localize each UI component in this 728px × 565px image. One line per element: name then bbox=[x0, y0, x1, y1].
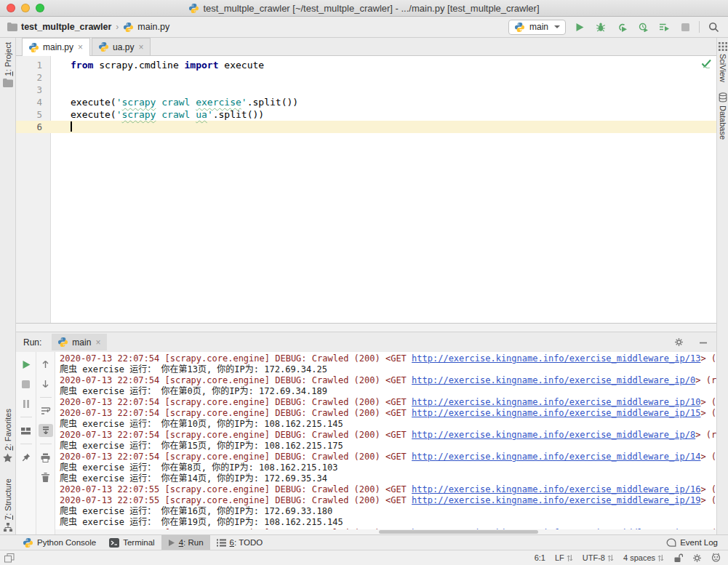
line-separator-selector[interactable]: LF bbox=[555, 553, 573, 562]
down-icon bbox=[41, 380, 49, 388]
toolwindow-button-: favorites[interactable]: 2: Favorites bbox=[3, 409, 12, 462]
trash-button[interactable] bbox=[39, 470, 53, 484]
console-link[interactable]: http://exercise.kingname.info/exercise_m… bbox=[412, 397, 700, 407]
code-token: execute( bbox=[71, 97, 116, 108]
profiler-button[interactable] bbox=[636, 20, 650, 34]
encoding-value: UTF-8 bbox=[583, 553, 605, 562]
mnemonic: 6 bbox=[230, 538, 234, 547]
console-hscrollbar bbox=[55, 529, 716, 534]
lock-icon bbox=[673, 553, 683, 563]
console-link[interactable]: http://exercise.kingname.info/exercise_m… bbox=[412, 452, 700, 462]
python-icon bbox=[57, 337, 68, 348]
log-suffix: > (re bbox=[700, 452, 716, 462]
toolwindow-button-label: 6: TODO bbox=[230, 538, 263, 547]
run-tab-main[interactable]: main × bbox=[52, 334, 107, 350]
log-prefix: 2020-07-13 22:07:54 [scrapy.core.engine]… bbox=[60, 408, 412, 418]
run-config-dropdown[interactable]: main bbox=[508, 20, 566, 35]
event-log-button[interactable]: Event Log bbox=[666, 535, 728, 550]
stop-button[interactable] bbox=[678, 20, 692, 34]
rerun-button[interactable] bbox=[19, 358, 33, 371]
log-prefix: 2020-07-13 22:07:54 [scrapy.core.engine]… bbox=[60, 452, 412, 462]
down-button[interactable] bbox=[39, 377, 53, 390]
log-suffix: > (re bbox=[700, 495, 716, 505]
window-title-wrap: test_multple_crawler [~/test_multple_cra… bbox=[0, 3, 728, 14]
editor-tab-ua.py[interactable]: ua.py× bbox=[92, 38, 151, 55]
run-tab-label: main bbox=[72, 337, 91, 348]
print-button[interactable] bbox=[39, 451, 53, 464]
console-link[interactable]: http://exercise.kingname.info/exercise_m… bbox=[412, 375, 695, 385]
up-button[interactable] bbox=[39, 358, 53, 371]
toolwindow-button-python-console[interactable]: Python Console bbox=[16, 535, 103, 550]
run-button[interactable] bbox=[572, 20, 587, 34]
up-icon bbox=[41, 360, 49, 369]
console-link[interactable]: http://exercise.kingname.info/exercise_m… bbox=[412, 353, 700, 364]
close-icon[interactable]: × bbox=[77, 43, 84, 52]
breadcrumb-item-main.py[interactable]: main.py bbox=[123, 22, 169, 33]
close-icon[interactable]: × bbox=[137, 43, 144, 52]
editor[interactable]: 123456 from scrapy.cmdline import execut… bbox=[16, 56, 716, 323]
status-bar: 6:1 LF UTF-8 4 spaces bbox=[0, 550, 728, 565]
toolwindows-icon[interactable] bbox=[4, 553, 15, 563]
editor-tab-label: main.py bbox=[43, 42, 73, 52]
pin-button[interactable] bbox=[19, 451, 33, 464]
mnemonic: 1 bbox=[4, 71, 12, 76]
minimize-button[interactable] bbox=[696, 335, 711, 350]
run-panel-header: Run: main × bbox=[16, 332, 716, 352]
code-token: scrapy bbox=[121, 109, 156, 120]
console-line: 2020-07-13 22:07:55 [scrapy.core.engine]… bbox=[60, 484, 716, 495]
coverage-button[interactable] bbox=[615, 20, 629, 34]
indent-selector[interactable]: 4 spaces bbox=[623, 553, 664, 562]
editor-run-splitter[interactable] bbox=[16, 323, 716, 332]
scrollend-button[interactable] bbox=[39, 424, 53, 437]
stop-gray-button[interactable] bbox=[19, 377, 33, 390]
scrollend-icon bbox=[41, 426, 50, 435]
close-window-button[interactable] bbox=[7, 4, 15, 12]
close-icon[interactable]: × bbox=[95, 338, 101, 347]
editor-tab-label: ua.py bbox=[113, 42, 134, 52]
concurrency-button[interactable] bbox=[657, 20, 671, 34]
log-prefix: 2020-07-13 22:07:55 [scrapy.core.engine]… bbox=[60, 484, 412, 494]
console-link[interactable]: http://exercise.kingname.info/exercise_m… bbox=[412, 495, 700, 505]
right-toolwindow-stripe: SciViewDatabase bbox=[716, 38, 728, 534]
zoom-window-button[interactable] bbox=[36, 4, 44, 12]
python-file-icon bbox=[188, 3, 199, 14]
left-toolwindow-stripe: 1: Project2: Favorites7: Structure bbox=[0, 38, 16, 534]
console-line: 2020-07-13 22:07:54 [scrapy.core.engine]… bbox=[60, 430, 716, 441]
console-link[interactable]: http://exercise.kingname.info/exercise_m… bbox=[412, 484, 700, 494]
console-link[interactable]: http://exercise.kingname.info/exercise_m… bbox=[412, 430, 695, 440]
caret-position[interactable]: 6:1 bbox=[535, 553, 545, 562]
toolwindow-button-database[interactable]: Database bbox=[719, 92, 727, 140]
toolwindow-button-: project[interactable]: 1: Project bbox=[3, 42, 13, 87]
toolwindow-button--run[interactable]: 4: Run bbox=[161, 535, 210, 550]
toolwindow-button-terminal[interactable]: Terminal bbox=[103, 535, 161, 550]
search-button[interactable] bbox=[706, 20, 721, 34]
hector-button[interactable] bbox=[711, 553, 721, 563]
toolwindow-button--todo[interactable]: 6: TODO bbox=[210, 535, 270, 550]
encoding-selector[interactable]: UTF-8 bbox=[583, 553, 614, 562]
gear-icon bbox=[692, 553, 702, 563]
code-token: execute( bbox=[71, 109, 116, 120]
lock-button[interactable] bbox=[673, 553, 683, 563]
toolwindow-button-sciview[interactable]: SciView bbox=[719, 42, 727, 82]
code-line: from scrapy.cmdline import execute bbox=[52, 59, 716, 71]
line-number: 3 bbox=[16, 84, 51, 96]
run-icon bbox=[575, 23, 584, 32]
breadcrumb-item-test_multple_crawler[interactable]: test_multple_crawler bbox=[7, 22, 111, 32]
code-token: import bbox=[185, 60, 219, 71]
star-icon bbox=[3, 453, 12, 462]
layout-button[interactable] bbox=[19, 424, 33, 437]
pause-button[interactable] bbox=[19, 397, 33, 410]
window-title: test_multple_crawler [~/test_multple_cra… bbox=[203, 3, 539, 14]
toolwindow-button-label: Database bbox=[719, 105, 727, 140]
debug-button[interactable] bbox=[593, 20, 608, 34]
softwrap-button[interactable] bbox=[39, 404, 53, 417]
gear-button[interactable] bbox=[692, 553, 702, 563]
minimize-window-button[interactable] bbox=[21, 4, 30, 12]
editor-tab-main.py[interactable]: main.py× bbox=[22, 38, 90, 56]
toolwindow-button-: structure[interactable]: 7: Structure bbox=[4, 478, 12, 532]
scrollbar-thumb[interactable] bbox=[379, 530, 537, 534]
inspections-ok-icon[interactable] bbox=[701, 59, 712, 68]
console-link[interactable]: http://exercise.kingname.info/exercise_m… bbox=[412, 408, 700, 418]
folder-icon bbox=[7, 23, 17, 31]
gear-button[interactable] bbox=[671, 335, 686, 350]
